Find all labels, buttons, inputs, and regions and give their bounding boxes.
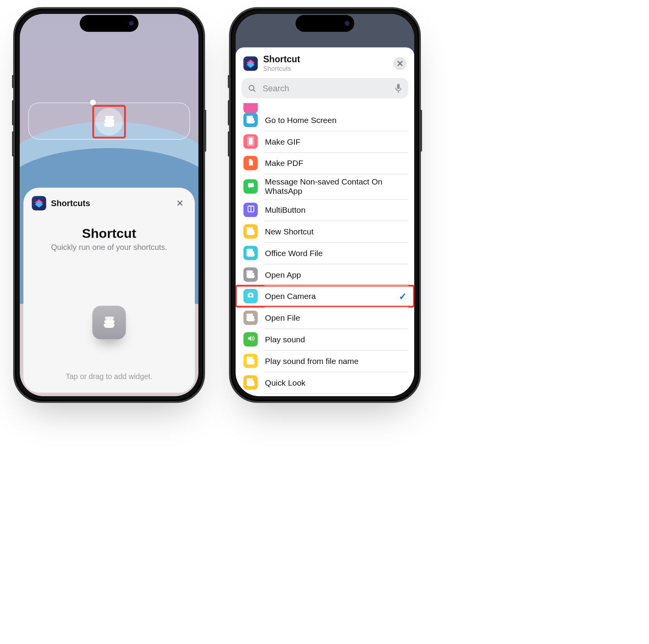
shortcut-row[interactable]: Quick Look <box>236 372 414 393</box>
dynamic-island <box>80 15 138 32</box>
photos-icon: 🂠 <box>247 137 254 147</box>
checkmark-icon: ✓ <box>399 290 406 302</box>
shortcut-row[interactable]: Make PDF <box>236 152 414 174</box>
picker-app-name: Shortcuts <box>51 198 90 208</box>
picker-title: Shortcut <box>32 226 186 241</box>
side-button <box>12 75 14 88</box>
svg-rect-2 <box>397 84 400 89</box>
shortcut-row[interactable]: MultiButton <box>236 199 414 221</box>
shortcut-row-label: Open File <box>265 313 300 322</box>
search-input[interactable] <box>261 83 390 94</box>
shortcut-chooser-sheet: Shortcut Shortcuts ✕ Go t <box>236 47 414 396</box>
close-button[interactable]: ✕ <box>173 196 186 210</box>
shortcut-row-label: Play sound <box>265 335 305 344</box>
shortcut-row-icon <box>243 113 258 127</box>
search-field[interactable] <box>242 78 408 99</box>
chat-icon <box>247 181 254 191</box>
placed-shortcut-widget[interactable] <box>92 105 126 138</box>
speaker-icon <box>247 334 254 344</box>
chooser-title: Shortcut <box>263 55 300 65</box>
widget-slot[interactable] <box>28 102 190 140</box>
shortcut-row-label: Make GIF <box>265 137 301 146</box>
shortcut-row-icon <box>243 311 258 325</box>
mic-icon[interactable] <box>395 83 402 93</box>
shortcut-row-label: Open App <box>265 270 301 279</box>
svg-line-1 <box>253 89 255 91</box>
shortcut-row-label: MultiButton <box>265 205 306 214</box>
close-icon: ✕ <box>176 198 184 208</box>
shortcut-row-icon <box>243 289 258 303</box>
shortcuts-stack-icon <box>104 317 114 328</box>
volume-up-button <box>12 100 14 125</box>
widget-picker-sheet: Shortcuts ✕ Shortcut Quickly run one of … <box>23 188 195 393</box>
shortcut-row-icon <box>243 375 258 389</box>
shortcut-row-label: Play sound from file name <box>265 357 359 366</box>
shortcut-row-label: Office Word File <box>265 249 323 258</box>
shortcuts-app-icon <box>32 196 46 210</box>
shortcut-row-label: Go to Home Screen <box>265 116 336 125</box>
shortcut-row-label: Open Camera <box>265 292 316 301</box>
shortcut-row-icon <box>243 224 258 239</box>
svg-point-7 <box>249 294 252 297</box>
shortcut-row-icon <box>243 203 258 217</box>
shortcut-row-icon <box>243 354 258 368</box>
shortcut-row[interactable]: Play sound from file name <box>236 350 414 372</box>
power-button <box>420 110 422 152</box>
power-button <box>205 110 207 152</box>
shortcut-row-label: Make PDF <box>265 159 303 167</box>
volume-down-button <box>12 131 14 156</box>
shortcut-row-icon: 🂠 <box>243 134 258 149</box>
columns-icon <box>247 205 254 215</box>
shortcut-row-icon <box>243 267 258 282</box>
shortcut-row[interactable]: Rebind <box>236 393 414 396</box>
shortcut-row[interactable]: Go to Home Screen <box>236 109 414 131</box>
picker-hint: Tap or drag to add widget. <box>23 372 195 381</box>
shortcut-row-icon <box>243 156 258 170</box>
list-item-peek <box>243 103 406 109</box>
side-button <box>228 75 230 88</box>
shortcut-list[interactable]: Go to Home Screen🂠Make GIFMake PDFMessag… <box>236 103 414 396</box>
picker-subtitle: Quickly run one of your shortcuts. <box>32 243 186 252</box>
phone-right: Shortcut Shortcuts ✕ Go t <box>229 7 421 403</box>
shortcut-row-label: New Shortcut <box>265 227 314 236</box>
shortcut-row[interactable]: Message Non-saved Contact On WhatsApp <box>236 174 414 199</box>
close-button[interactable]: ✕ <box>393 57 406 70</box>
shortcut-row[interactable]: Office Word File <box>236 242 414 264</box>
shortcut-row-label: Quick Look <box>265 378 306 387</box>
camera-icon <box>246 291 255 302</box>
search-icon <box>248 84 256 92</box>
chooser-subtitle: Shortcuts <box>263 65 300 72</box>
volume-down-button <box>228 131 230 156</box>
shortcut-row[interactable]: Open Camera✓ <box>236 285 414 307</box>
dynamic-island <box>295 15 354 32</box>
shortcut-row-icon <box>243 246 258 260</box>
shortcut-row-icon <box>243 332 258 347</box>
shortcut-row-label: Message Non-saved Contact On WhatsApp <box>265 178 406 196</box>
svg-rect-4 <box>248 183 253 187</box>
shortcut-row[interactable]: Play sound <box>236 329 414 350</box>
shortcut-row[interactable]: 🂠Make GIF <box>236 131 414 152</box>
shortcut-row[interactable]: Open File <box>236 307 414 329</box>
document-icon <box>247 158 254 168</box>
volume-up-button <box>228 100 230 125</box>
widget-preview[interactable] <box>92 306 126 340</box>
shortcut-row[interactable]: Open App <box>236 264 414 285</box>
shortcuts-stack-icon <box>104 116 114 127</box>
phone-left: Thursday, November 23 8:40 <box>13 7 205 403</box>
shortcut-row-icon <box>243 179 258 194</box>
close-icon: ✕ <box>396 58 404 68</box>
shortcut-row[interactable]: New Shortcut <box>236 221 414 243</box>
shortcuts-app-icon <box>243 56 258 70</box>
